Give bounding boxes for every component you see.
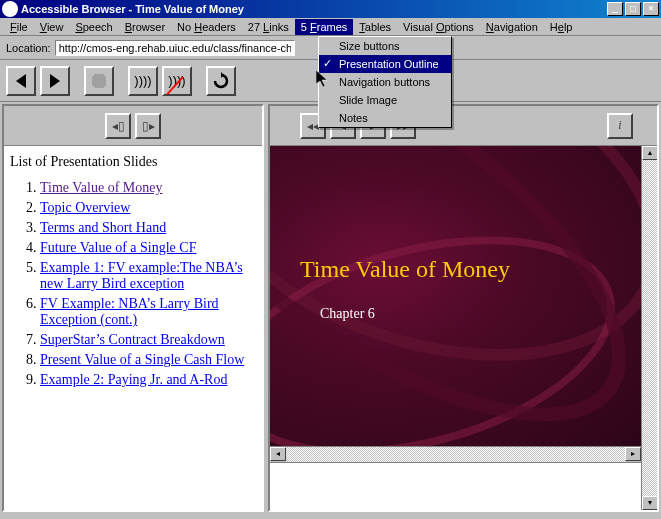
arrow-left-icon — [12, 72, 30, 90]
dropdown-item-notes[interactable]: Notes — [319, 109, 451, 127]
slide-background — [270, 146, 641, 446]
outline-toolbar: ◂▯ ▯▸ — [4, 106, 262, 146]
info-button[interactable]: i — [607, 113, 633, 139]
outline-prev-button[interactable]: ◂▯ — [105, 113, 131, 139]
slide-list-item: Future Value of a Single CF — [40, 240, 256, 256]
menu-file[interactable]: File — [4, 19, 34, 35]
menu-view[interactable]: View — [34, 19, 70, 35]
slide-link-4[interactable]: Future Value of a Single CF — [40, 240, 196, 255]
menu-speech[interactable]: Speech — [69, 19, 118, 35]
h-scrollbar[interactable]: ◂ ▸ — [270, 446, 641, 462]
close-button[interactable]: × — [643, 2, 659, 16]
slide-list-item: Terms and Short Hand — [40, 220, 256, 236]
slide-link-3[interactable]: Terms and Short Hand — [40, 220, 166, 235]
scroll-left-button[interactable]: ◂ — [270, 447, 286, 461]
dropdown-item-navigation-buttons[interactable]: Navigation buttons — [319, 73, 451, 91]
svg-marker-0 — [92, 74, 106, 88]
slide-link-2[interactable]: Topic Overview — [40, 200, 130, 215]
title-bar: Accessible Browser - Time Value of Money… — [0, 0, 661, 18]
dropdown-item-presentation-outline[interactable]: ✓Presentation Outline — [319, 55, 451, 73]
menu-bar: FileViewSpeechBrowserNo Headers27 Links5… — [0, 18, 661, 36]
reload-icon — [212, 72, 230, 90]
menu-27-links[interactable]: 27 Links — [242, 19, 295, 35]
window-title: Accessible Browser - Time Value of Money — [21, 3, 607, 15]
slide-link-5[interactable]: Example 1: FV example:The NBA’s new Larr… — [40, 260, 243, 291]
outline-pane: ◂▯ ▯▸ List of Presentation Slides Time V… — [2, 104, 264, 512]
frames-dropdown: Size buttons✓Presentation OutlineNavigat… — [318, 36, 452, 128]
speak-button[interactable]: )))) — [128, 66, 158, 96]
notes-area — [270, 462, 641, 510]
dropdown-item-size-buttons[interactable]: Size buttons — [319, 37, 451, 55]
slide-title: Time Value of Money — [300, 256, 510, 283]
back-button[interactable] — [6, 66, 36, 96]
window-controls: _ □ × — [607, 2, 659, 16]
dropdown-item-slide-image[interactable]: Slide Image — [319, 91, 451, 109]
stop-button[interactable] — [84, 66, 114, 96]
check-icon: ✓ — [323, 57, 332, 70]
maximize-button[interactable]: □ — [625, 2, 641, 16]
forward-button[interactable] — [40, 66, 70, 96]
outline-next-button[interactable]: ▯▸ — [135, 113, 161, 139]
slide-link-7[interactable]: SuperStar’s Contract Breakdown — [40, 332, 225, 347]
slide-link-8[interactable]: Present Value of a Single Cash Flow — [40, 352, 244, 367]
menu-help[interactable]: Help — [544, 19, 579, 35]
menu-no-headers[interactable]: No Headers — [171, 19, 242, 35]
slide-viewport: Time Value of Money Chapter 6 — [270, 146, 641, 446]
slide-link-6[interactable]: FV Example: NBA’s Larry Bird Exception (… — [40, 296, 219, 327]
mute-button[interactable]: ))))／ — [162, 66, 192, 96]
menu-browser[interactable]: Browser — [119, 19, 171, 35]
slide-link-1[interactable]: Time Value of Money — [40, 180, 163, 195]
outline-title: List of Presentation Slides — [10, 154, 256, 170]
menu-navigation[interactable]: Navigation — [480, 19, 544, 35]
location-input[interactable] — [55, 40, 295, 56]
menu-visual-options[interactable]: Visual Options — [397, 19, 480, 35]
slide-outline: List of Presentation Slides Time Value o… — [4, 146, 262, 396]
slide-pane: ◂◂ ◂ ▸ ▸▸ i Time Value of Money Chapter … — [268, 104, 659, 512]
content-area: ◂▯ ▯▸ List of Presentation Slides Time V… — [0, 102, 661, 514]
v-scrollbar[interactable]: ▴ ▾ — [641, 146, 657, 510]
scroll-down-button[interactable]: ▾ — [642, 496, 657, 510]
arrow-right-icon — [46, 72, 64, 90]
stop-icon — [91, 73, 107, 89]
app-icon — [2, 1, 18, 17]
slide-list-item: FV Example: NBA’s Larry Bird Exception (… — [40, 296, 256, 328]
slide-list-item: Present Value of a Single Cash Flow — [40, 352, 256, 368]
slide-list-item: Example 2: Paying Jr. and A-Rod — [40, 372, 256, 388]
slide-list-item: SuperStar’s Contract Breakdown — [40, 332, 256, 348]
menu-5-frames[interactable]: 5 Frames — [295, 19, 353, 35]
slide-list-item: Topic Overview — [40, 200, 256, 216]
scroll-up-button[interactable]: ▴ — [642, 146, 657, 160]
sound-icon: )))) — [134, 73, 151, 88]
scroll-right-button[interactable]: ▸ — [625, 447, 641, 461]
menu-tables[interactable]: Tables — [353, 19, 397, 35]
minimize-button[interactable]: _ — [607, 2, 623, 16]
slide-link-9[interactable]: Example 2: Paying Jr. and A-Rod — [40, 372, 227, 387]
slide-subtitle: Chapter 6 — [320, 306, 375, 322]
reload-button[interactable] — [206, 66, 236, 96]
mute-icon: ))))／ — [168, 73, 185, 88]
location-label: Location: — [6, 42, 51, 54]
slide-list-item: Time Value of Money — [40, 180, 256, 196]
slide-list-item: Example 1: FV example:The NBA’s new Larr… — [40, 260, 256, 292]
slide-area: Time Value of Money Chapter 6 ◂ ▸ — [270, 146, 641, 510]
